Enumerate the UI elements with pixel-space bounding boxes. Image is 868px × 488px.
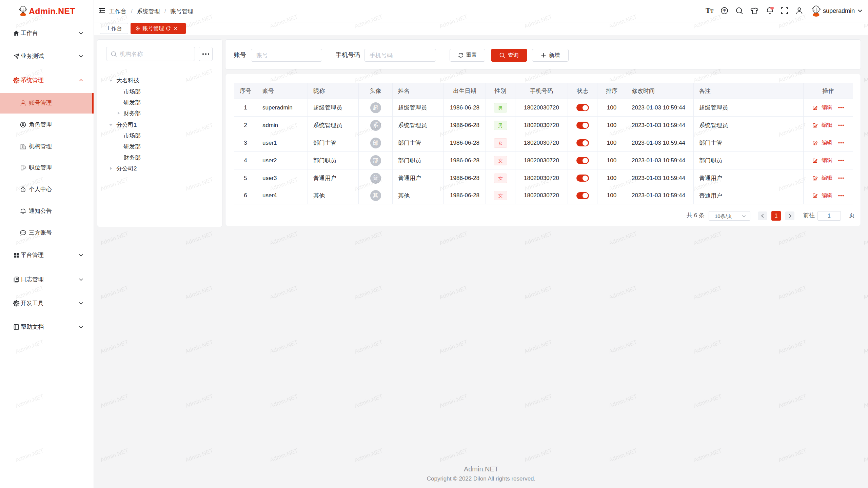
svg-text:中: 中 [723,8,726,13]
